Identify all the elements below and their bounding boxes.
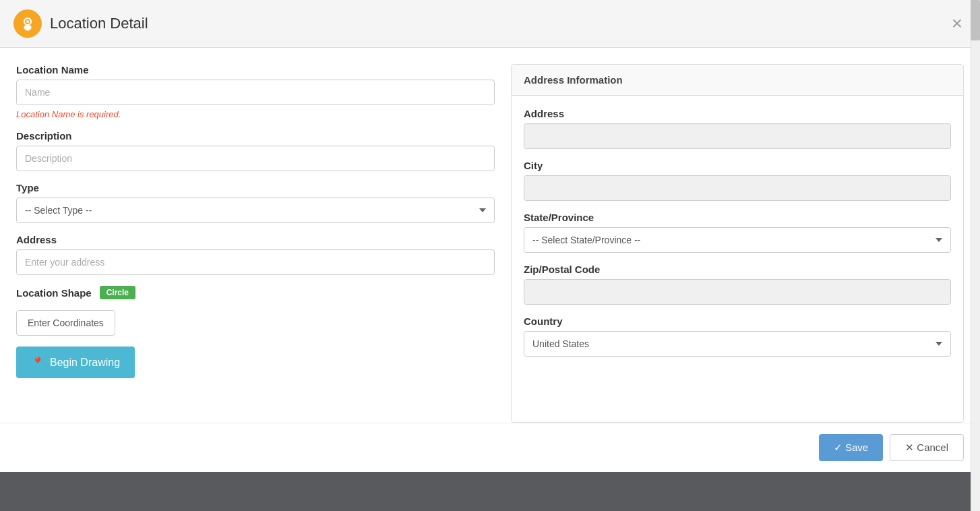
pin-icon: 📍 [31,356,44,369]
address-info-body: Address City State/Province -- Select St… [512,96,963,369]
modal-footer: ✓ Save ✕ Cancel [0,423,980,472]
right-panel: Address Information Address City State [511,64,964,423]
right-address-label: Address [524,108,951,119]
modal-title: Location Detail [50,15,148,32]
begin-drawing-label: Begin Drawing [50,357,120,369]
description-label: Description [16,130,495,142]
location-shape-label: Location Shape [16,287,92,299]
app-logo [13,9,42,38]
header-left: Location Detail [13,9,148,38]
address-label: Address [16,234,495,245]
scrollbar-thumb[interactable] [971,0,980,40]
begin-drawing-group: 📍 Begin Drawing [16,347,495,378]
right-city-label: City [524,160,951,171]
begin-drawing-button[interactable]: 📍 Begin Drawing [16,347,135,378]
location-name-group: Location Name Location Name is required. [16,64,495,119]
right-city-input[interactable] [524,175,951,201]
left-panel: Location Name Location Name is required.… [16,64,495,423]
right-zip-input[interactable] [524,279,951,305]
right-country-group: Country United States [524,315,951,357]
address-group: Address [16,234,495,275]
state-select[interactable]: -- Select State/Province -- [524,227,951,253]
modal-overlay: Location Detail × Location Name Location… [0,0,980,511]
location-shape-row: Location Shape Circle [16,286,495,299]
type-label: Type [16,182,495,193]
cancel-button[interactable]: ✕ Cancel [890,434,964,461]
description-input[interactable] [16,146,495,171]
enter-coords-group: Enter Coordinates [16,310,495,336]
scrollbar-track[interactable] [971,0,980,511]
right-zip-label: Zip/Postal Code [524,264,951,275]
type-group: Type -- Select Type -- [16,182,495,223]
description-group: Description [16,130,495,171]
enter-coordinates-button[interactable]: Enter Coordinates [16,310,115,336]
right-country-label: Country [524,315,951,327]
modal-header: Location Detail × [0,0,980,48]
right-address-input[interactable] [524,123,951,149]
right-address-group: Address [524,108,951,149]
location-detail-modal: Location Detail × Location Name Location… [0,0,980,472]
location-name-label: Location Name [16,64,495,76]
type-select[interactable]: -- Select Type -- [16,198,495,223]
circle-badge: Circle [100,286,135,299]
location-name-input[interactable] [16,80,495,105]
right-state-label: State/Province [524,212,951,223]
country-select[interactable]: United States [524,331,951,357]
address-info-header: Address Information [512,65,963,96]
modal-body: Location Name Location Name is required.… [0,48,980,423]
right-city-group: City [524,160,951,201]
right-zip-group: Zip/Postal Code [524,264,951,305]
location-shape-group: Location Shape Circle [16,286,495,299]
right-state-group: State/Province -- Select State/Province … [524,212,951,253]
close-button[interactable]: × [948,14,967,33]
address-input[interactable] [16,249,495,275]
svg-point-1 [26,20,29,23]
location-name-error: Location Name is required. [16,109,495,119]
save-button[interactable]: ✓ Save [819,434,883,461]
